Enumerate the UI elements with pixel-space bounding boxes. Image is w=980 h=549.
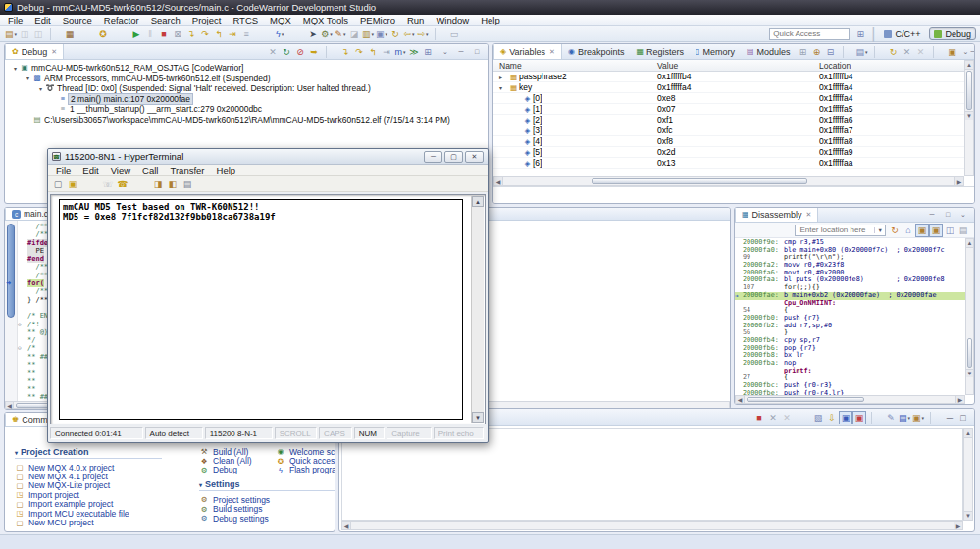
variable-row[interactable]: ◈[5]0x2d0x1fffffa9: [493, 147, 964, 158]
step-over-icon[interactable]: ↷: [198, 27, 212, 41]
close-button[interactable]: ✕: [465, 151, 484, 163]
refresh-icon[interactable]: ↻: [887, 45, 901, 59]
ht-menu-item-help[interactable]: Help: [211, 165, 242, 176]
scroll-up-icon[interactable]: ▲: [964, 429, 972, 438]
tab-debug[interactable]: ✿ Debug ✕: [5, 44, 64, 59]
commander-link-debug-settings[interactable]: ⚙Debug settings: [199, 514, 335, 523]
tab-variables[interactable]: ◈Variables✕: [493, 44, 562, 59]
flash-programmer-icon[interactable]: ϟ▾: [273, 27, 286, 41]
menu-item-mqx[interactable]: MQX: [264, 15, 297, 26]
show-stderr-icon[interactable]: ▣: [852, 411, 866, 424]
commander-link-flash-programmer[interactable]: ϟFlash programmer: [276, 466, 335, 474]
scroll-left-icon[interactable]: ◀: [342, 522, 351, 529]
resume-icon[interactable]: ▶: [129, 27, 143, 41]
debug-tree-row[interactable]: ▤C:\Users\b30657\workspace\mmCAU-MD5-twr…: [7, 115, 488, 125]
minimize-button[interactable]: ─: [424, 151, 442, 163]
disassembly-vertical-scrollbar[interactable]: ▲ ▼: [965, 238, 974, 395]
scroll-left-icon[interactable]: ◀: [736, 396, 745, 403]
layout-icon[interactable]: ▤▾: [855, 45, 869, 59]
scroll-up-icon[interactable]: ▲: [965, 61, 973, 70]
variable-row[interactable]: ◈[0]0xe80x1fffffa4: [493, 93, 964, 104]
scroll-down-icon[interactable]: ▼: [964, 511, 972, 520]
pin-console-icon[interactable]: ✎: [884, 411, 898, 424]
instruction-stepping-icon[interactable]: ⇥: [380, 45, 393, 59]
back-icon[interactable]: ⇦▾: [402, 27, 416, 41]
variable-row[interactable]: ◈[2]0xf10x1fffffa6: [493, 115, 964, 125]
show-stdout-icon[interactable]: ▣: [839, 411, 852, 424]
drop-to-frame-icon[interactable]: ≡: [239, 27, 253, 41]
save-all-icon[interactable]: ◫: [31, 27, 45, 41]
section-collapse-icon[interactable]: ▾: [199, 482, 202, 488]
pin-editor-icon[interactable]: ▭: [447, 27, 461, 41]
commander-link-quick-access[interactable]: ✪Quick access: [276, 456, 335, 465]
menu-item-source[interactable]: Source: [57, 15, 98, 26]
tree-expander-icon[interactable]: ▾: [11, 65, 20, 72]
variables-vertical-scrollbar[interactable]: ▲ ▼: [964, 60, 974, 176]
close-tab-icon[interactable]: ✕: [549, 48, 555, 56]
section-collapse-icon[interactable]: ▾: [15, 450, 18, 456]
run-config-icon[interactable]: ⚙▾: [320, 27, 334, 41]
perspective-cpp-button[interactable]: C/C++: [879, 27, 925, 40]
disassembly-line[interactable]: ➜20000fae:b main+0xb2 (0x20000fae) ; 0x2…: [735, 292, 965, 300]
show-type-names-icon[interactable]: ⊞: [797, 45, 810, 59]
menu-item-pemicro[interactable]: PEMicro: [354, 15, 401, 26]
commander-link-import-mcu-executable-file[interactable]: ◳Import MCU executable file: [15, 509, 162, 518]
commander-link-build-settings[interactable]: ⚙Build settings: [199, 505, 335, 514]
scroll-right-icon[interactable]: ▶: [954, 522, 962, 529]
remove-launch-icon[interactable]: ✕: [766, 411, 780, 424]
call-icon[interactable]: ☎: [116, 177, 129, 191]
console-horizontal-scrollbar[interactable]: ◀ ▶: [341, 521, 963, 530]
step-into-icon[interactable]: ↴: [184, 27, 198, 41]
maximize-icon[interactable]: □: [941, 208, 954, 222]
disassembly-horizontal-scrollbar[interactable]: ◀ ▶: [735, 395, 965, 404]
ht-menu-item-file[interactable]: File: [50, 165, 77, 176]
maximize-icon[interactable]: □: [470, 45, 484, 59]
terminal-vertical-scrollbar[interactable]: ▲ ▼: [471, 196, 484, 423]
tab-modules[interactable]: ▤Modules: [741, 44, 797, 59]
open-console-icon[interactable]: ▣▾: [911, 411, 925, 424]
scroll-thumb[interactable]: [967, 338, 972, 368]
eraser-tool-icon[interactable]: ◪: [347, 27, 361, 41]
disassembly-line[interactable]: 20000fb2:add r7,sp,#0: [735, 323, 965, 330]
bookmarks-icon[interactable]: ▥▾: [361, 27, 375, 41]
menu-item-file[interactable]: File: [2, 15, 28, 26]
scroll-thumb[interactable]: [747, 397, 864, 402]
disassembly-line[interactable]: 20000faa:bl puts (0x20000fe8) ; 0x20000f…: [735, 276, 965, 284]
collapse-all-icon[interactable]: ⊟: [824, 45, 838, 59]
step-return-icon[interactable]: ↰: [366, 45, 380, 59]
step-return-icon[interactable]: ↰: [212, 27, 226, 41]
commander-link-new-mqx-4-1-project[interactable]: ▢New MQX 4.1 project: [15, 472, 162, 480]
disassembly-line[interactable]: Cpu_OnNMIINT:: [735, 300, 965, 308]
remove-all-launches-icon[interactable]: ✕: [780, 411, 794, 424]
save-icon[interactable]: ◫: [18, 27, 31, 41]
view-menu-icon[interactable]: ⌄: [956, 208, 970, 222]
scroll-thumb[interactable]: [966, 71, 972, 110]
open-perspective-icon[interactable]: ⊞: [853, 27, 867, 41]
disassembly-code[interactable]: 20000f9e:cmp r3,#1520000fa0:ble main+0x8…: [735, 239, 965, 395]
fold-collapse-icon[interactable]: ⊖: [18, 321, 22, 328]
ht-menu-item-edit[interactable]: Edit: [77, 165, 104, 176]
step-into-icon[interactable]: ↴: [338, 45, 352, 59]
close-tab-icon[interactable]: ✕: [51, 48, 57, 56]
debug-configurations-icon[interactable]: ✪: [96, 27, 110, 41]
menu-item-help[interactable]: Help: [475, 15, 506, 26]
edit-tool-icon[interactable]: ✎▾: [334, 27, 347, 41]
menu-item-search[interactable]: Search: [145, 15, 186, 26]
multicore-grouping-icon[interactable]: ⊞: [421, 45, 435, 59]
menu-item-project[interactable]: Project: [186, 15, 228, 26]
forward-icon[interactable]: ⇨▾: [416, 27, 430, 41]
scroll-up-icon[interactable]: ▲: [472, 196, 484, 207]
debug-tree-row[interactable]: ▾▩ARM Processors, mmCAU-MD5-twrk60n512.e…: [7, 74, 488, 84]
open-element-icon[interactable]: ▣▾: [375, 27, 388, 41]
resume-at-line-icon[interactable]: ➥: [307, 45, 321, 59]
variable-row[interactable]: ◈[4]0xf80x1fffffa8: [493, 136, 964, 147]
debug-tree-row[interactable]: ≡1 __thumb_startup() __arm_start.c:279 0…: [7, 104, 488, 115]
refresh-icon[interactable]: ↻: [888, 224, 902, 237]
disassembly-line[interactable]: printf:: [735, 368, 965, 375]
hyperterminal-titlebar[interactable]: ☎ 115200-8N1 - HyperTerminal ─▢✕: [48, 149, 488, 165]
terminal-screen[interactable]: mmCAU MD5 Test based on TWR-K60N512!!MD5…: [59, 199, 463, 420]
commander-link-import-example-project[interactable]: ▢Import example project: [15, 500, 162, 509]
debug-tree-row[interactable]: ≡2 main() main.c:107 0x20000fae: [7, 94, 488, 105]
column-header-name[interactable]: Name: [499, 61, 522, 71]
tree-expander-icon[interactable]: ▾: [24, 75, 32, 81]
